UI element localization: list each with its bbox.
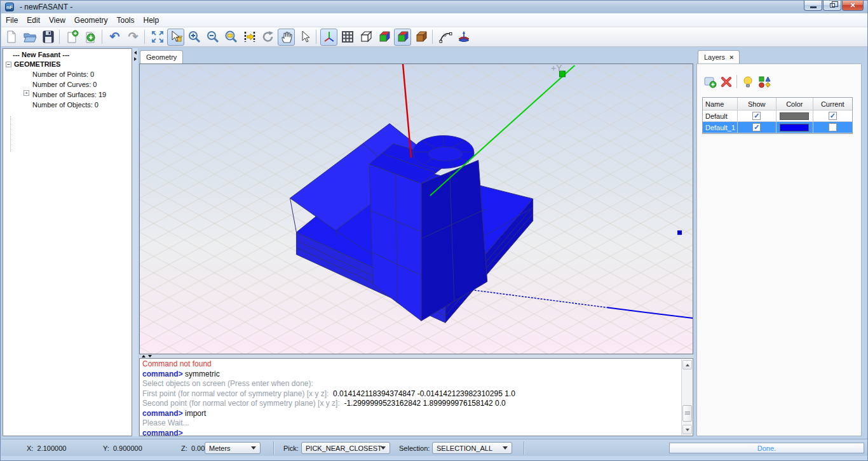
- expand-right-icon[interactable]: [134, 57, 137, 61]
- new-geometry-button[interactable]: [64, 29, 81, 46]
- console-line: Command not found: [142, 359, 680, 370]
- header-color[interactable]: Color: [776, 98, 813, 110]
- table-row-selected[interactable]: Default_1: [703, 122, 852, 133]
- current-checkbox[interactable]: [829, 112, 837, 120]
- fit-view-button[interactable]: [149, 29, 166, 46]
- curve-tool-button[interactable]: [437, 29, 454, 46]
- expand-expander-icon[interactable]: +: [24, 90, 29, 96]
- show-checkbox[interactable]: [752, 112, 761, 120]
- color-swatch[interactable]: [780, 112, 809, 120]
- surface-tool-button[interactable]: [455, 29, 472, 46]
- pan-view-button[interactable]: [278, 29, 295, 46]
- menu-view[interactable]: View: [44, 14, 70, 27]
- splitter-down-icon[interactable]: [148, 355, 152, 357]
- restore-button[interactable]: [823, 1, 841, 11]
- layer-objects-button[interactable]: [757, 74, 772, 90]
- save-file-button[interactable]: [39, 29, 57, 46]
- open-file-icon: [23, 30, 37, 44]
- new-file-button[interactable]: [3, 29, 20, 46]
- restore-icon: [830, 3, 835, 8]
- show-checkbox[interactable]: [752, 123, 761, 131]
- toolbar-separator: [144, 30, 145, 44]
- collapse-left-icon[interactable]: [134, 51, 137, 55]
- axis-label-y: +Y: [551, 63, 562, 73]
- header-current[interactable]: Current: [813, 98, 852, 110]
- y-coordinate-value: 0.900000: [113, 444, 142, 452]
- scroll-down-icon: [686, 429, 689, 431]
- color-swatch[interactable]: [780, 124, 809, 131]
- scroll-down-button[interactable]: [682, 425, 692, 434]
- menu-geometry[interactable]: Geometry: [70, 14, 112, 27]
- redo-icon: ↷: [128, 30, 139, 43]
- shaded-cube-icon: [396, 30, 410, 44]
- header-name[interactable]: Name: [703, 98, 738, 110]
- redo-button[interactable]: ↷: [125, 29, 142, 46]
- layers-panel: Name Show Color Current Default Default_…: [696, 63, 862, 436]
- console-input-line[interactable]: command>: [142, 429, 680, 437]
- close-tab-icon[interactable]: ×: [729, 53, 733, 61]
- scroll-up-button[interactable]: [682, 360, 692, 370]
- tab-geometry[interactable]: Geometry: [140, 50, 183, 63]
- tree-connector: [10, 116, 11, 152]
- show-axes-button[interactable]: [320, 29, 337, 46]
- zoom-in-button[interactable]: [186, 29, 203, 46]
- rotate-view-button[interactable]: [259, 29, 276, 46]
- tree-group-geometries[interactable]: − GEOMETRIES: [3, 58, 132, 68]
- menu-tools[interactable]: Tools: [112, 14, 139, 27]
- command-console[interactable]: Command not found command> symmetric Sel…: [139, 358, 693, 436]
- current-checkbox[interactable]: [829, 123, 837, 131]
- zoom-in-icon: [187, 30, 201, 44]
- splitter-up-icon[interactable]: [142, 355, 146, 357]
- show-grid-button[interactable]: [339, 29, 356, 46]
- pick-view-button[interactable]: [167, 29, 184, 46]
- pick-dropdown[interactable]: PICK_NEAR_CLOSEST: [301, 442, 390, 454]
- zoom-out-button[interactable]: [204, 29, 221, 46]
- model-dish[interactable]: [413, 136, 474, 169]
- menu-file[interactable]: File: [1, 14, 22, 27]
- menu-edit[interactable]: Edit: [22, 14, 44, 27]
- close-button[interactable]: ✕: [842, 1, 864, 11]
- rotate-view-icon: [261, 30, 275, 44]
- layer-visibility-button[interactable]: [740, 74, 756, 90]
- point-marker[interactable]: [677, 230, 682, 235]
- select-cursor-button[interactable]: [296, 29, 313, 46]
- add-layer-icon: [703, 75, 717, 89]
- layers-table-header: Name Show Color Current: [703, 98, 852, 110]
- collapse-expander-icon[interactable]: −: [6, 62, 11, 67]
- tree-item-surfaces[interactable]: + Number of Surfaces: 19: [3, 88, 132, 98]
- menu-help[interactable]: Help: [139, 14, 164, 27]
- import-button[interactable]: [82, 29, 99, 46]
- viewport-canvas[interactable]: +Y: [139, 63, 693, 354]
- tree-root-label[interactable]: --- New Fasant ---: [3, 49, 132, 58]
- wireframe-mode-button[interactable]: [357, 29, 374, 46]
- x-coordinate-label: X: 2.100000: [27, 444, 66, 452]
- tab-layers[interactable]: Layers ×: [698, 50, 740, 63]
- console-scrollbar[interactable]: [681, 359, 692, 435]
- selection-dropdown[interactable]: SELECTION_ALL: [432, 442, 512, 454]
- layers-tabstrip: Layers ×: [696, 48, 862, 63]
- show-axes-icon: [322, 30, 336, 44]
- undo-button[interactable]: ↶: [106, 29, 123, 46]
- minimize-icon: [810, 6, 817, 8]
- textured-mode-button[interactable]: [412, 29, 430, 46]
- tree-item-points[interactable]: Number of Points: 0: [3, 68, 132, 78]
- add-layer-button[interactable]: [702, 74, 717, 90]
- flat-shaded-mode-button[interactable]: [376, 29, 393, 46]
- x-coordinate-value: 2.100000: [37, 444, 67, 452]
- tree-item-objects[interactable]: Number of Objects: 0: [3, 98, 132, 109]
- left-panel-splitter[interactable]: [132, 48, 138, 436]
- geometry-tree-panel: --- New Fasant --- − GEOMETRIES Number o…: [3, 48, 132, 436]
- header-show[interactable]: Show: [738, 98, 776, 110]
- zoom-window-button[interactable]: [222, 29, 240, 46]
- surface-tool-icon: [457, 30, 471, 44]
- open-file-button[interactable]: [21, 29, 38, 46]
- table-row[interactable]: Default: [703, 110, 852, 122]
- units-dropdown[interactable]: Meters: [205, 442, 261, 454]
- tree-item-curves[interactable]: Number of Curves: 0: [3, 78, 132, 88]
- shaded-mode-button[interactable]: [394, 29, 411, 46]
- scrollbar-thumb[interactable]: [682, 405, 692, 422]
- minimize-button[interactable]: [804, 1, 822, 11]
- title-bar[interactable]: nF - newFASANT - ✕: [1, 1, 868, 13]
- dynamic-zoom-button[interactable]: [241, 29, 258, 46]
- delete-layer-button[interactable]: [719, 74, 734, 90]
